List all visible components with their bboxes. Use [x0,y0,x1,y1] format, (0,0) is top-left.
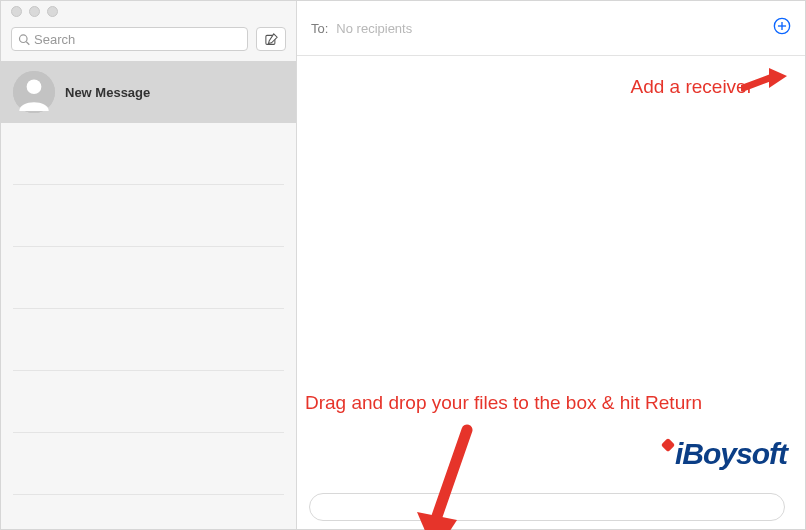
watermark: iBoysoft [663,437,787,471]
conversation-list [1,123,296,529]
annotation-arrow-icon [741,68,787,96]
compose-icon [264,32,279,47]
to-recipients[interactable]: No recipients [336,21,765,36]
traffic-light-zoom[interactable] [47,6,58,17]
to-row: To: No recipients [297,1,805,56]
traffic-light-close[interactable] [11,6,22,17]
conversation-title: New Message [65,85,150,100]
annotation-arrow-icon [417,424,477,530]
plus-circle-icon [773,17,791,35]
list-item [13,371,284,433]
svg-point-4 [27,79,42,94]
compose-row [297,487,805,529]
traffic-light-minimize[interactable] [29,6,40,17]
messages-window: New Message To: No recipients Add a rece… [0,0,806,530]
message-input[interactable] [309,493,785,521]
avatar [13,71,55,113]
search-icon [18,33,30,46]
list-item [13,247,284,309]
person-icon [13,71,55,113]
annotation-add-receiver: Add a receiver [630,76,753,98]
list-item [13,185,284,247]
list-item [13,433,284,495]
message-thread: Add a receiver Drag and drop your files … [297,56,805,487]
compose-button[interactable] [256,27,286,51]
search-field[interactable] [11,27,248,51]
list-item [13,123,284,185]
annotation-drag-drop: Drag and drop your files to the box & hi… [305,392,702,414]
to-label: To: [311,21,328,36]
list-item [13,309,284,371]
add-recipient-button[interactable] [773,17,791,39]
svg-line-1 [26,41,29,44]
svg-point-0 [20,34,28,42]
window-titlebar [1,1,296,21]
sidebar: New Message [1,1,297,529]
sidebar-toolbar [1,21,296,61]
conversation-item-selected[interactable]: New Message [1,61,296,123]
message-pane: To: No recipients Add a receiver Drag an… [297,1,805,529]
search-input[interactable] [34,32,241,47]
